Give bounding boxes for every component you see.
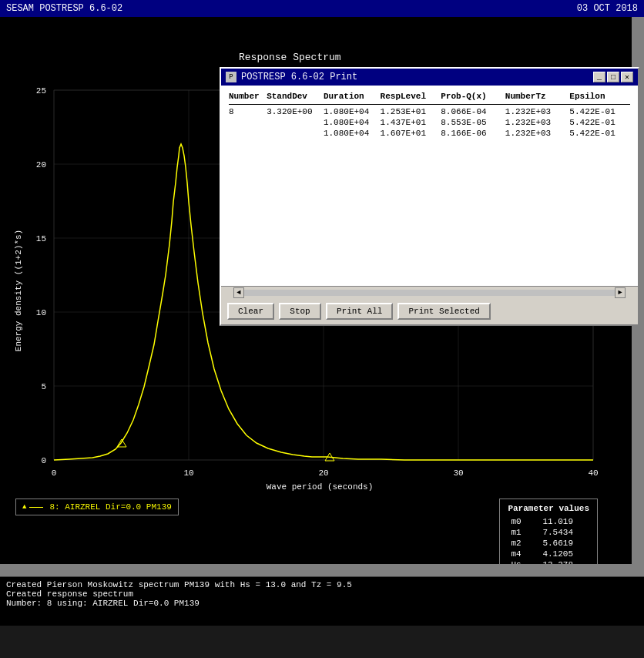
dialog-title-area: P POSTRESP 6.6-02 Print [226, 72, 357, 82]
status-line-3: Number: 8 using: AIRZREL Dir=0.0 PM139 [6, 599, 638, 608]
param-box-title: Parameter values [508, 504, 589, 513]
cell-probq-1: 8.066E-04 [441, 107, 505, 116]
dialog-icon: P [226, 72, 236, 82]
param-key-m0: m0 [508, 516, 539, 527]
dialog-content: Number StandDev Duration RespLevel Prob-… [221, 86, 638, 286]
minimize-button[interactable]: _ [593, 72, 605, 82]
svg-text:30: 30 [453, 468, 463, 478]
main-area: Response Spectrum 0 5 [0, 17, 644, 626]
svg-text:20: 20 [36, 160, 46, 170]
svg-text:15: 15 [36, 234, 46, 243]
col-header-resplevel: RespLevel [381, 92, 441, 101]
param-row: m4 4.1205 [508, 549, 576, 559]
close-button[interactable]: ✕ [621, 72, 633, 82]
stop-button[interactable]: Stop [279, 303, 321, 320]
clear-button[interactable]: Clear [227, 303, 274, 320]
param-key-m4: m4 [508, 549, 539, 559]
dialog-icon-text: P [229, 73, 233, 81]
scrollbar-bottom[interactable] [0, 564, 632, 576]
table-row: 8 3.320E+00 1.080E+04 1.253E+01 8.066E-0… [226, 106, 633, 117]
param-val-m2: 5.6619 [539, 538, 576, 549]
cell-resplevel-2: 1.437E+01 [381, 118, 441, 127]
legend-box: ▲ 8: AIRZREL Dir=0.0 PM139 [15, 499, 179, 515]
cell-number-2 [229, 118, 267, 127]
param-row: m1 7.5434 [508, 527, 576, 538]
dialog-titlebar: P POSTRESP 6.6-02 Print _ □ ✕ [221, 69, 638, 86]
svg-text:Wave period (seconds): Wave period (seconds) [267, 482, 374, 491]
scroll-left-button[interactable]: ◄ [233, 287, 244, 298]
maximize-button[interactable]: □ [607, 72, 619, 82]
cell-probq-3: 8.166E-06 [441, 129, 505, 138]
cell-number-3 [229, 129, 267, 138]
cell-epsilon-3: 5.422E-01 [569, 129, 630, 138]
legend-triangle-icon: ▲ [22, 503, 26, 511]
svg-text:0: 0 [52, 468, 57, 478]
app-title-left: SESAM POSTRESP 6.6-02 [6, 3, 122, 14]
app-titlebar: SESAM POSTRESP 6.6-02 03 OCT 2018 [0, 0, 644, 17]
param-row: m0 11.019 [508, 516, 576, 527]
svg-text:20: 20 [318, 468, 328, 478]
svg-text:25: 25 [36, 86, 46, 96]
table-header: Number StandDev Duration RespLevel Prob-… [226, 90, 633, 102]
cell-duration-3: 1.080E+04 [324, 129, 381, 138]
cell-resplevel-1: 1.253E+01 [381, 107, 441, 116]
cell-resplevel-3: 1.607E+01 [381, 129, 441, 138]
param-key-m2: m2 [508, 538, 539, 549]
svg-text:5: 5 [41, 382, 46, 391]
param-val-m4: 4.1205 [539, 549, 576, 559]
svg-text:10: 10 [183, 468, 193, 478]
table-row: 1.080E+04 1.607E+01 8.166E-06 1.232E+03 … [226, 128, 633, 139]
col-header-standdev: StandDev [267, 92, 324, 101]
cell-standdev-3 [267, 129, 324, 138]
legend-line-icon [29, 507, 43, 508]
cell-number-1: 8 [229, 107, 267, 116]
legend-text: 8: AIRZREL Dir=0.0 PM139 [49, 502, 171, 512]
dialog-button-area: Clear Stop Print All Print Selected [221, 298, 638, 324]
dialog-title: POSTRESP 6.6-02 Print [241, 72, 357, 82]
print-selected-button[interactable]: Print Selected [397, 303, 490, 320]
status-bar: Created Pierson Moskowitz spectrum PM139… [0, 576, 644, 626]
col-header-number: Number [229, 92, 267, 101]
dialog-window-controls: _ □ ✕ [593, 72, 633, 82]
print-all-button[interactable]: Print All [326, 303, 393, 320]
param-val-m1: 7.5434 [539, 527, 576, 538]
table-row: 1.080E+04 1.437E+01 8.553E-05 1.232E+03 … [226, 117, 633, 128]
col-header-probq: Prob-Q(x) [441, 92, 505, 101]
chart-title-label: Response Spectrum [239, 52, 341, 63]
cell-probq-2: 8.553E-05 [441, 118, 505, 127]
svg-text:Energy density ((1+2)*s): Energy density ((1+2)*s) [14, 230, 23, 351]
table-divider [229, 104, 630, 105]
scrollbar-track[interactable] [244, 290, 615, 296]
cell-numbertz-1: 1.232E+03 [505, 107, 570, 116]
param-key-m1: m1 [508, 527, 539, 538]
cell-standdev-1: 3.320E+00 [267, 107, 324, 116]
status-line-2: Created response spectrum [6, 589, 638, 599]
cell-epsilon-2: 5.422E-01 [569, 118, 630, 127]
cell-standdev-2 [267, 118, 324, 127]
status-line-1: Created Pierson Moskowitz spectrum PM139… [6, 580, 638, 589]
svg-text:40: 40 [588, 468, 598, 478]
dialog-scrollbar[interactable]: ◄ ► [221, 286, 638, 298]
print-dialog: P POSTRESP 6.6-02 Print _ □ ✕ Number Sta… [220, 67, 639, 326]
col-header-epsilon: Epsilon [569, 92, 630, 101]
cell-epsilon-1: 5.422E-01 [569, 107, 630, 116]
scroll-right-button[interactable]: ► [615, 287, 626, 298]
param-row: m2 5.6619 [508, 538, 576, 549]
cell-duration-2: 1.080E+04 [324, 118, 381, 127]
svg-text:0: 0 [41, 456, 46, 465]
col-header-numbertz: NumberTz [505, 92, 570, 101]
cell-numbertz-2: 1.232E+03 [505, 118, 570, 127]
col-header-duration: Duration [324, 92, 381, 101]
svg-text:10: 10 [36, 308, 46, 317]
param-val-m0: 11.019 [539, 516, 576, 527]
cell-numbertz-3: 1.232E+03 [505, 129, 570, 138]
app-title-right: 03 OCT 2018 [577, 3, 638, 14]
cell-duration-1: 1.080E+04 [324, 107, 381, 116]
